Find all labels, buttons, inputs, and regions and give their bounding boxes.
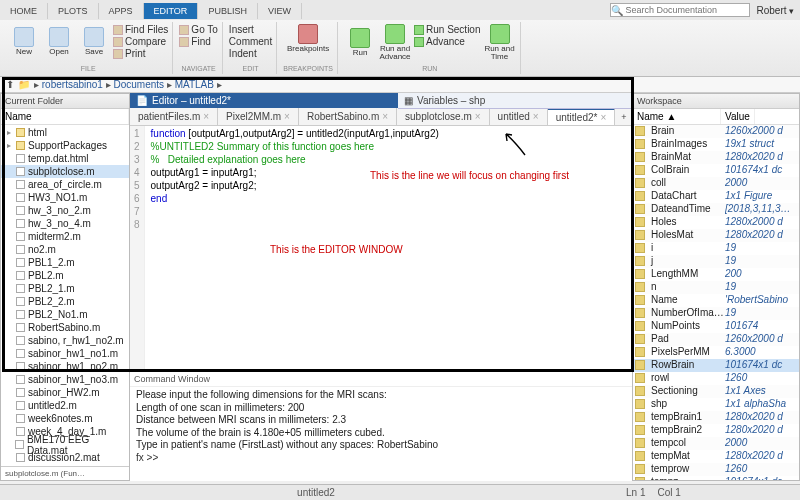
ribbon-group-run: Run Run and Advance Run Section Advance … bbox=[340, 22, 520, 74]
workspace-var[interactable]: n19 bbox=[633, 281, 799, 294]
workspace-var[interactable]: tempBrain11280x2020 d bbox=[633, 411, 799, 424]
run-section-button[interactable]: Run Section bbox=[414, 24, 480, 35]
folder-item[interactable]: RobertSabino.m bbox=[1, 321, 129, 334]
menu-tab-view[interactable]: VIEW bbox=[258, 3, 302, 19]
workspace-var[interactable]: shp1x1 alphaSha bbox=[633, 398, 799, 411]
folder-item[interactable]: BME170 EEG Data.mat bbox=[1, 438, 129, 451]
folder-item[interactable]: area_of_circle.m bbox=[1, 178, 129, 191]
print-button[interactable]: Print bbox=[113, 48, 168, 59]
close-icon[interactable]: × bbox=[600, 112, 606, 123]
editor-icon: 📄 bbox=[136, 95, 148, 106]
comment-button[interactable]: Comment bbox=[229, 36, 272, 47]
workspace-var[interactable]: NumPoints101674 bbox=[633, 320, 799, 333]
folder-up-icon[interactable]: ⬆ bbox=[6, 79, 14, 90]
save-button[interactable]: Save bbox=[78, 24, 110, 59]
folder-item[interactable]: PBL2.m bbox=[1, 269, 129, 282]
workspace-var[interactable]: NumberOfIma…19 bbox=[633, 307, 799, 320]
workspace-var[interactable]: DateandTime[2018,3,11,3… bbox=[633, 203, 799, 216]
workspace-var[interactable]: LengthMM200 bbox=[633, 268, 799, 281]
workspace-var[interactable]: tempMat1280x2020 d bbox=[633, 450, 799, 463]
folder-item[interactable]: PBL2_2.m bbox=[1, 295, 129, 308]
add-tab-button[interactable]: + bbox=[615, 108, 633, 125]
editor-tab[interactable]: Pixel2MM.m× bbox=[218, 108, 299, 125]
close-icon[interactable]: × bbox=[533, 111, 539, 122]
close-icon[interactable]: × bbox=[284, 111, 290, 122]
run-advance-button[interactable]: Run and Advance bbox=[379, 24, 411, 62]
workspace-var[interactable]: rowl1260 bbox=[633, 372, 799, 385]
workspace-var[interactable]: HolesMat1280x2020 d bbox=[633, 229, 799, 242]
breakpoints-button[interactable]: Breakpoints bbox=[292, 24, 324, 53]
folder-item[interactable]: subplotclose.m bbox=[1, 165, 129, 178]
workspace-var[interactable]: Brain1260x2000 d bbox=[633, 125, 799, 138]
folder-item[interactable]: PBL2_No1.m bbox=[1, 308, 129, 321]
close-icon[interactable]: × bbox=[475, 111, 481, 122]
editor-tab[interactable]: untitled× bbox=[490, 108, 548, 125]
workspace-var[interactable]: BrainMat1280x2020 d bbox=[633, 151, 799, 164]
command-window[interactable]: Please input the following dimensions fo… bbox=[130, 387, 632, 466]
run-button[interactable]: Run bbox=[344, 24, 376, 62]
workspace-var[interactable]: Sectioning1x1 Axes bbox=[633, 385, 799, 398]
workspace-var[interactable]: j19 bbox=[633, 255, 799, 268]
folder-item[interactable]: sabinor_hw1_no2.m bbox=[1, 360, 129, 373]
folder-item[interactable]: PBL1_2.m bbox=[1, 256, 129, 269]
folder-item[interactable]: sabinor_HW2.m bbox=[1, 386, 129, 399]
folder-item[interactable]: hw_3_no_2.m bbox=[1, 204, 129, 217]
folder-item[interactable]: sabino, r_hw1_no2.m bbox=[1, 334, 129, 347]
breadcrumb[interactable]: ⬆ 📁 ▸ robertsabino1 ▸ Documents ▸ MATLAB… bbox=[0, 77, 800, 93]
code-editor[interactable]: 12345678 function [outputArg1,outputArg2… bbox=[130, 126, 632, 371]
workspace-var[interactable]: tempcol2000 bbox=[633, 437, 799, 450]
editor-tab[interactable]: RobertSabino.m× bbox=[299, 108, 397, 125]
compare-button[interactable]: Compare bbox=[113, 36, 168, 47]
workspace-var[interactable]: RowBrain101674x1 dc bbox=[633, 359, 799, 372]
workspace-var[interactable]: Holes1280x2000 d bbox=[633, 216, 799, 229]
goto-button[interactable]: Go To bbox=[179, 24, 218, 35]
workspace-var[interactable]: DataChart1x1 Figure bbox=[633, 190, 799, 203]
find-files-button[interactable]: Find Files bbox=[113, 24, 168, 35]
folder-item[interactable]: sabinor_hw1_no3.m bbox=[1, 373, 129, 386]
user-menu[interactable]: Robert ▾ bbox=[756, 5, 794, 16]
editor-tab[interactable]: untitled2*× bbox=[548, 108, 616, 125]
insert-button[interactable]: Insert bbox=[229, 24, 272, 35]
menu-tab-editor[interactable]: EDITOR bbox=[144, 3, 199, 19]
folder-item[interactable]: temp.dat.html bbox=[1, 152, 129, 165]
menu-tab-publish[interactable]: PUBLISH bbox=[198, 3, 258, 19]
menu-tab-home[interactable]: HOME bbox=[0, 3, 48, 19]
variables-dock-title: ▦ Variables – shp bbox=[398, 93, 632, 109]
new-button[interactable]: New bbox=[8, 24, 40, 59]
close-icon[interactable]: × bbox=[382, 111, 388, 122]
folder-item[interactable]: sabinor_hw1_no1.m bbox=[1, 347, 129, 360]
close-icon[interactable]: × bbox=[203, 111, 209, 122]
workspace-var[interactable]: BrainImages19x1 struct bbox=[633, 138, 799, 151]
workspace-list[interactable]: Brain1260x2000 dBrainImages19x1 structBr… bbox=[633, 125, 799, 480]
workspace-var[interactable]: coll2000 bbox=[633, 177, 799, 190]
workspace-var[interactable]: temprow1260 bbox=[633, 463, 799, 476]
folder-item[interactable]: week6notes.m bbox=[1, 412, 129, 425]
workspace-var[interactable]: Pad1260x2000 d bbox=[633, 333, 799, 346]
folder-tree[interactable]: ▸html▸SupportPackagestemp.dat.htmlsubplo… bbox=[1, 125, 129, 466]
workspace-var[interactable]: tempBrain21280x2020 d bbox=[633, 424, 799, 437]
folder-item[interactable]: HW3_NO1.m bbox=[1, 191, 129, 204]
run-time-button[interactable]: Run and Time bbox=[484, 24, 516, 62]
search-input[interactable] bbox=[623, 5, 749, 15]
workspace-var[interactable]: PixelsPerMM6.3000 bbox=[633, 346, 799, 359]
folder-item[interactable]: ▸SupportPackages bbox=[1, 139, 129, 152]
workspace-var[interactable]: Name'RobertSabino bbox=[633, 294, 799, 307]
editor-tab[interactable]: subplotclose.m× bbox=[397, 108, 490, 125]
folder-item[interactable]: midterm2.m bbox=[1, 230, 129, 243]
find-button[interactable]: Find bbox=[179, 36, 218, 47]
open-button[interactable]: Open bbox=[43, 24, 75, 59]
menu-tab-plots[interactable]: PLOTS bbox=[48, 3, 99, 19]
folder-item[interactable]: no2.m bbox=[1, 243, 129, 256]
workspace-var[interactable]: ColBrain101674x1 dc bbox=[633, 164, 799, 177]
advance-button[interactable]: Advance bbox=[414, 36, 480, 47]
folder-item[interactable]: untitled2.m bbox=[1, 399, 129, 412]
workspace-var[interactable]: tempz101674x1 dc bbox=[633, 476, 799, 480]
menu-tab-apps[interactable]: APPS bbox=[99, 3, 144, 19]
indent-button[interactable]: Indent bbox=[229, 48, 272, 59]
folder-item[interactable]: PBL2_1.m bbox=[1, 282, 129, 295]
workspace-var[interactable]: i19 bbox=[633, 242, 799, 255]
folder-item[interactable]: ▸html bbox=[1, 126, 129, 139]
folder-item[interactable]: hw_3_no_4.m bbox=[1, 217, 129, 230]
editor-tab[interactable]: patientFiles.m× bbox=[130, 108, 218, 125]
search-box[interactable]: 🔍 bbox=[610, 3, 750, 17]
